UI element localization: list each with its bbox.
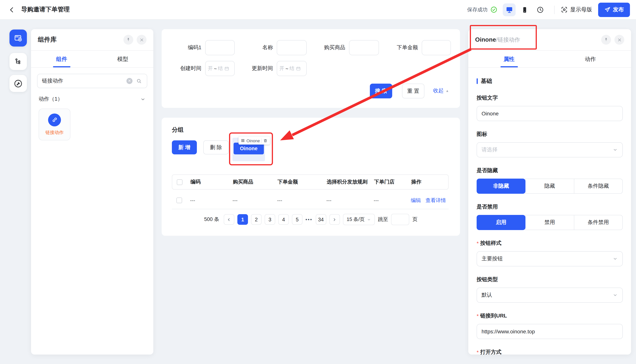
button-style-select[interactable]: 主要按钮 bbox=[477, 251, 623, 266]
link-icon bbox=[51, 116, 58, 123]
date-tilde: ~ bbox=[214, 66, 217, 71]
chevron-left-icon bbox=[227, 217, 232, 222]
edit-link[interactable]: 编辑 bbox=[411, 197, 421, 204]
disable-option-enabled[interactable]: 启用 bbox=[477, 215, 526, 230]
library-search-input[interactable] bbox=[42, 78, 123, 84]
filter-field-name: 名称 bbox=[277, 40, 307, 55]
page-button-3[interactable]: 3 bbox=[265, 214, 275, 225]
field-label: 名称 bbox=[262, 44, 273, 51]
chevron-down-icon bbox=[612, 147, 618, 152]
hide-option-conditional[interactable]: 条件隐藏 bbox=[574, 178, 623, 194]
library-pin-button[interactable] bbox=[123, 35, 133, 45]
filter-field-amount: 下单金额 bbox=[422, 40, 451, 55]
tree-icon bbox=[14, 57, 22, 66]
frame-icon bbox=[561, 6, 568, 13]
library-close-button[interactable] bbox=[137, 35, 147, 45]
cell-store: --- bbox=[370, 198, 407, 203]
collapse-link[interactable]: 收起 ▲ bbox=[433, 88, 449, 94]
chevron-down-icon bbox=[612, 292, 618, 298]
add-button[interactable]: 新 增 bbox=[172, 140, 197, 154]
toolbar-divider bbox=[261, 138, 262, 143]
reset-button[interactable]: 重 置 bbox=[402, 84, 424, 98]
library-tabs: 组件 模型 bbox=[31, 51, 153, 68]
field-label: 编码1 bbox=[188, 44, 201, 51]
page-button-1[interactable]: 1 bbox=[237, 214, 248, 225]
tab-models[interactable]: 模型 bbox=[92, 51, 153, 67]
button-text-label: 按钮文字 bbox=[477, 94, 623, 102]
page-unit-label: 页 bbox=[412, 216, 418, 223]
page-button-2[interactable]: 2 bbox=[251, 214, 262, 225]
disable-option-disabled[interactable]: 禁用 bbox=[525, 215, 574, 230]
pagination: 500 条 1 2 3 4 5 ••• 34 15 条/页 跳至 页 bbox=[162, 214, 460, 225]
view-details-link[interactable]: 查看详情 bbox=[425, 197, 446, 204]
tab-properties[interactable]: 属性 bbox=[468, 51, 550, 67]
rail-component-library-button[interactable] bbox=[10, 30, 27, 46]
url-input[interactable] bbox=[481, 328, 618, 334]
show-master-button[interactable]: 显示母版 bbox=[561, 6, 592, 13]
history-button[interactable] bbox=[534, 3, 547, 16]
header-checkbox[interactable] bbox=[177, 179, 182, 185]
clear-icon[interactable]: ✕ bbox=[127, 78, 133, 84]
amount-input[interactable] bbox=[422, 40, 451, 55]
device-preview-group bbox=[503, 3, 547, 16]
tab-components[interactable]: 组件 bbox=[31, 51, 92, 67]
inspector-close-button[interactable] bbox=[614, 35, 624, 45]
button-type-select[interactable]: 默认 bbox=[477, 288, 623, 303]
delete-button[interactable]: 删 除 bbox=[203, 140, 229, 154]
component-card-link-action[interactable]: 链接动作 bbox=[39, 108, 71, 140]
create-time-range-picker[interactable]: 开 ~ 结 bbox=[205, 61, 235, 76]
page-ellipsis[interactable]: ••• bbox=[306, 217, 313, 222]
desktop-preview-button[interactable] bbox=[503, 3, 516, 16]
search-icon[interactable] bbox=[136, 78, 142, 84]
hide-option-hidden[interactable]: 隐藏 bbox=[525, 178, 574, 194]
component-card-label: 链接动作 bbox=[46, 129, 64, 136]
url-field bbox=[477, 324, 623, 339]
action-group-label: 动作（1） bbox=[39, 96, 63, 102]
page-size-select[interactable]: 15 条/页 bbox=[343, 214, 375, 225]
row-checkbox[interactable] bbox=[176, 198, 182, 203]
publish-button[interactable]: 发布 bbox=[598, 2, 630, 17]
update-time-range-picker[interactable]: 开 ~ 结 bbox=[277, 61, 307, 76]
column-header: 购买商品 bbox=[229, 178, 274, 186]
disable-option-conditional[interactable]: 条件禁用 bbox=[574, 215, 623, 230]
phone-icon bbox=[521, 6, 528, 14]
hide-option-visible[interactable]: 非隐藏 bbox=[477, 178, 526, 194]
rail-settings-button[interactable] bbox=[10, 75, 27, 92]
search-button[interactable]: 搜 索 bbox=[370, 84, 392, 98]
column-header: 下单门店 bbox=[370, 178, 407, 186]
name-input[interactable] bbox=[277, 40, 307, 55]
page-button-5[interactable]: 5 bbox=[292, 214, 302, 225]
component-library-panel: 组件库 组件 模型 ✕ 动作（1） bbox=[31, 29, 153, 354]
button-type-label: 按钮类型 bbox=[477, 276, 623, 283]
rail-outline-tree-button[interactable] bbox=[10, 53, 27, 70]
topbar: 导购邀请下单管理 保存成功 显示母版 bbox=[0, 0, 636, 20]
prev-page-button[interactable] bbox=[224, 214, 234, 225]
product-input[interactable] bbox=[349, 40, 379, 55]
page-button-34[interactable]: 34 bbox=[316, 214, 326, 225]
jump-page-input[interactable] bbox=[391, 214, 409, 225]
group-title: 分组 bbox=[172, 126, 184, 134]
button-text-input[interactable] bbox=[481, 110, 618, 116]
filter-card: 编码1 名称 购买商品 下单金额 创建时间 开 ~ 结 更新时间 bbox=[162, 29, 460, 108]
code-input[interactable] bbox=[205, 40, 235, 55]
page-button-4[interactable]: 4 bbox=[278, 214, 289, 225]
toolbar-component-name: Oinone bbox=[246, 138, 260, 143]
back-button[interactable] bbox=[6, 4, 18, 15]
date-start-placeholder: 开 bbox=[279, 65, 284, 72]
back-chevron-icon bbox=[8, 6, 16, 14]
icon-select-placeholder: 请选择 bbox=[481, 146, 497, 153]
drag-grid-icon[interactable] bbox=[241, 138, 245, 143]
pin-icon bbox=[126, 37, 131, 42]
inspector-pin-button[interactable] bbox=[601, 35, 611, 45]
trash-icon[interactable] bbox=[263, 138, 268, 143]
icon-select[interactable]: 请选择 bbox=[477, 142, 623, 158]
clock-icon bbox=[536, 6, 544, 14]
disable-segmented: 启用 禁用 条件禁用 bbox=[477, 215, 623, 230]
inspector-body: 基础 按钮文字 图标 请选择 是否隐藏 非隐藏 隐藏 条件隐藏 是否禁用 启用 … bbox=[468, 78, 631, 354]
tab-actions[interactable]: 动作 bbox=[550, 51, 631, 67]
component-name: Oinone bbox=[475, 36, 496, 43]
action-group-header[interactable]: 动作（1） bbox=[39, 96, 146, 102]
save-status-text: 保存成功 bbox=[467, 6, 488, 13]
next-page-button[interactable] bbox=[329, 214, 340, 225]
mobile-preview-button[interactable] bbox=[518, 3, 531, 16]
